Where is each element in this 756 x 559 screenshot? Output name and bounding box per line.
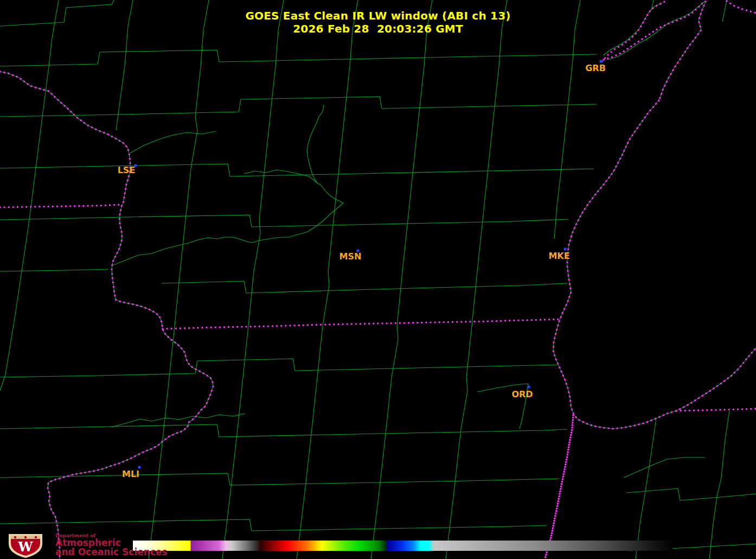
county-boundary-line	[162, 281, 567, 293]
il-in-border-dense-dotted	[545, 415, 573, 559]
ir-enhancement-colorbar	[133, 541, 672, 551]
city-dot-icon	[564, 248, 567, 251]
county-boundary-line	[244, 170, 318, 183]
image-title: GOES East Clean IR LW window (ABI ch 13)…	[0, 9, 756, 35]
city-marker-MSN: MSN	[339, 250, 362, 262]
city-label: MLI	[122, 469, 139, 479]
county-boundary-line	[130, 131, 216, 153]
county-boundary-line	[0, 359, 558, 377]
city-label: ORD	[511, 389, 533, 399]
city-dot-icon	[600, 60, 603, 63]
city-marker-MKE: MKE	[548, 248, 569, 262]
mississippi-river-green-line	[0, 72, 213, 559]
city-dot-icon	[528, 386, 530, 389]
state-border-dotted-line	[676, 409, 756, 411]
county-boundary-line	[297, 0, 358, 559]
city-dot-icon	[138, 466, 141, 469]
city-label: MSN	[339, 251, 362, 262]
county-boundary-line	[709, 411, 729, 559]
mississippi-river-dotted-border	[0, 72, 213, 559]
county-boundary-line	[222, 0, 284, 559]
title-line-1: GOES East Clean IR LW window (ABI ch 13)	[0, 9, 756, 22]
title-line-2: 2026 Feb 28 20:03:26 GMT	[0, 22, 756, 35]
uw-crest-icon: W	[4, 532, 47, 559]
county-boundary-line	[0, 269, 108, 271]
satellite-map-canvas: GRBLSEMSNMKEORDMLI GOES East Clean IR LW…	[0, 0, 756, 559]
county-boundary-line	[0, 164, 594, 176]
lake-michigan-area	[554, 3, 756, 429]
county-boundary-line	[0, 473, 559, 485]
county-boundary-line	[0, 0, 59, 391]
city-label: GRB	[585, 63, 606, 73]
county-boundary-line	[554, 0, 580, 239]
county-boundary-line	[307, 105, 343, 203]
city-marker-LSE: LSE	[118, 164, 137, 176]
logo-text: Department of Atmospheric and Oceanic Sc…	[55, 533, 168, 557]
county-boundary-line	[0, 50, 597, 66]
county-boundary-line	[371, 0, 432, 559]
county-boundary-line	[636, 418, 656, 559]
county-boundary-line	[111, 203, 343, 266]
county-boundary-line	[149, 0, 209, 559]
city-marker-ORD: ORD	[511, 386, 533, 400]
county-boundary-line	[624, 458, 705, 478]
logo-oceanic-line: and Oceanic Sciences	[55, 548, 168, 557]
uw-aos-logo: W Department of Atmospheric and Oceanic …	[3, 532, 155, 559]
county-boundary-line	[0, 424, 567, 437]
state-border-dotted-line	[163, 319, 561, 329]
svg-text:W: W	[18, 539, 34, 555]
county-boundary-line	[0, 97, 597, 117]
city-label: MKE	[548, 251, 569, 261]
county-boundary-line	[446, 0, 507, 559]
city-marker-MLI: MLI	[122, 466, 141, 480]
county-boundary-line	[0, 519, 547, 531]
city-label: LSE	[118, 165, 136, 175]
state-border-dotted-line	[0, 205, 121, 207]
map-svg: GRBLSEMSNMKEORDMLI	[0, 0, 756, 559]
county-boundary-line	[626, 488, 756, 500]
